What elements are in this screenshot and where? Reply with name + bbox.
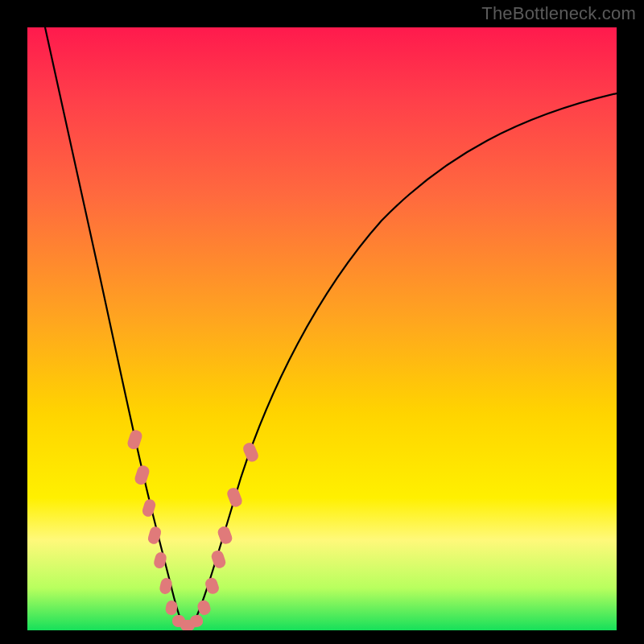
sample-dot <box>217 525 234 546</box>
sample-dot <box>134 464 151 485</box>
watermark-text: TheBottleneck.com <box>481 3 636 24</box>
chart-frame: TheBottleneck.com <box>0 0 644 644</box>
chart-overlay <box>27 27 617 630</box>
sample-dot <box>141 497 157 518</box>
bottleneck-curve <box>45 27 617 629</box>
sample-dot <box>165 600 179 616</box>
sample-dot <box>126 428 144 450</box>
sample-dot <box>225 486 244 509</box>
sample-dots-group <box>126 428 260 630</box>
sample-dot <box>159 577 173 596</box>
sample-dot <box>210 549 227 570</box>
plot-area <box>27 27 617 630</box>
sample-dot <box>242 441 260 464</box>
